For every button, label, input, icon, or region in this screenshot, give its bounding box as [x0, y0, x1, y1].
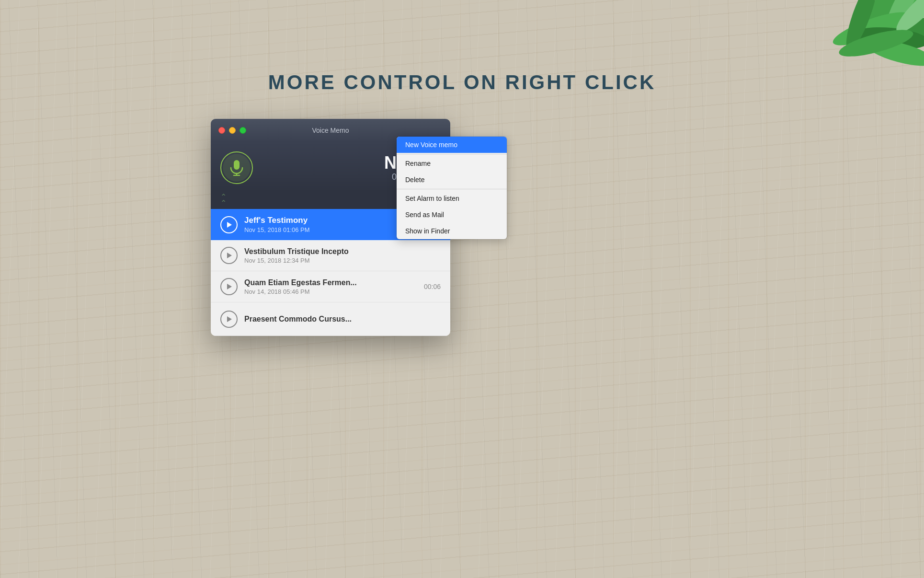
context-menu: New Voice memo Rename Delete Set Alarm t… — [397, 137, 507, 239]
close-button[interactable] — [218, 127, 225, 134]
window-title: Voice Memo — [312, 127, 349, 134]
mic-icon — [229, 160, 244, 176]
context-menu-item-set-alarm[interactable]: Set Alarm to listen — [397, 190, 507, 207]
context-menu-item-new-voice-memo[interactable]: New Voice memo — [397, 137, 507, 153]
play-icon-1 — [227, 253, 232, 258]
item-title-2: Quam Etiam Egestas Fermen... — [244, 278, 417, 287]
item-meta-0: Nov 15, 2018 01:06 PM — [244, 226, 417, 233]
minimize-button[interactable] — [229, 127, 236, 134]
item-info-2: Quam Etiam Egestas Fermen... Nov 14, 201… — [244, 278, 417, 295]
play-button-1[interactable] — [220, 247, 238, 264]
page-title: MORE CONTROL ON RIGHT CLICK — [268, 71, 656, 94]
traffic-lights — [218, 127, 246, 134]
item-info-3: Praesent Commodo Cursus... — [244, 315, 441, 324]
play-icon-0 — [227, 222, 232, 228]
context-menu-item-show-finder[interactable]: Show in Finder — [397, 223, 507, 239]
svg-rect-10 — [234, 160, 240, 170]
item-info-0: Jeff's Testimony Nov 15, 2018 01:06 PM — [244, 216, 417, 233]
play-button-3[interactable] — [220, 311, 238, 328]
context-menu-item-rename[interactable]: Rename — [397, 155, 507, 172]
mic-button[interactable] — [220, 151, 253, 184]
item-title-0: Jeff's Testimony — [244, 216, 417, 225]
play-button-2[interactable] — [220, 278, 238, 295]
list-item[interactable]: Vestibulum Tristique Incepto Nov 15, 201… — [211, 240, 450, 271]
list-item[interactable]: Praesent Commodo Cursus... — [211, 302, 450, 336]
item-meta-2: Nov 14, 2018 05:46 PM — [244, 288, 417, 295]
context-menu-item-delete[interactable]: Delete — [397, 172, 507, 188]
mic-inner — [223, 154, 251, 182]
item-title-3: Praesent Commodo Cursus... — [244, 315, 441, 324]
context-menu-divider-2 — [397, 189, 507, 189]
play-button-0[interactable] — [220, 216, 238, 233]
item-info-1: Vestibulum Tristique Incepto Nov 15, 201… — [244, 247, 434, 264]
play-icon-3 — [227, 316, 232, 322]
maximize-button[interactable] — [240, 127, 246, 134]
item-title-1: Vestibulum Tristique Incepto — [244, 247, 434, 256]
context-menu-item-send-mail[interactable]: Send as Mail — [397, 207, 507, 223]
item-duration-2: 00:06 — [424, 283, 441, 290]
plant-decoration — [742, 0, 924, 153]
collapse-arrows-button[interactable]: ⌃ ⌃ — [220, 194, 227, 207]
item-meta-1: Nov 15, 2018 12:34 PM — [244, 257, 434, 264]
play-icon-2 — [227, 284, 232, 289]
context-menu-divider-1 — [397, 154, 507, 154]
list-item[interactable]: Quam Etiam Egestas Fermen... Nov 14, 201… — [211, 271, 450, 302]
